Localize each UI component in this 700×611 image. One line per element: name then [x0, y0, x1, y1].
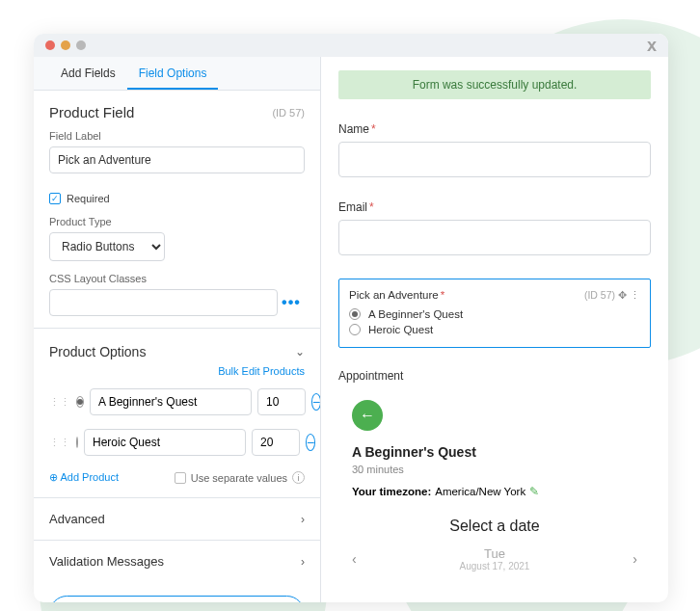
option-row: ⋮⋮ − — [34, 385, 320, 425]
kebab-menu-icon[interactable]: ⋮ — [630, 289, 640, 301]
field-id-label: (ID 57) — [272, 107, 305, 119]
advanced-label: Advanced — [49, 512, 105, 526]
edit-pencil-icon[interactable]: ✎ — [529, 485, 539, 498]
maximize-dot[interactable] — [76, 40, 86, 50]
option-price-input[interactable] — [252, 429, 300, 456]
field-label-input[interactable] — [49, 146, 305, 173]
next-date-button[interactable]: › — [633, 551, 637, 567]
radio-option[interactable]: A Beginner's Quest — [349, 306, 640, 322]
section-title: Product Field — [49, 104, 134, 120]
radio-label: Heroic Quest — [368, 324, 433, 335]
remove-option-icon[interactable]: − — [311, 393, 321, 411]
option-row: ⋮⋮ − — [34, 425, 320, 465]
back-button[interactable]: ← — [352, 400, 383, 431]
timezone-value: America/New York — [435, 486, 525, 497]
product-type-select[interactable]: Radio Buttons — [49, 232, 165, 261]
sidebar: Add Fields Field Options Product Field (… — [34, 57, 321, 602]
option-name-input[interactable] — [90, 388, 252, 415]
required-checkbox[interactable]: ✓ Required — [34, 185, 320, 216]
advanced-toggle[interactable]: Advanced › — [34, 497, 320, 540]
tab-add-fields[interactable]: Add Fields — [49, 57, 127, 90]
add-product-link[interactable]: ⊕ Add Product — [49, 471, 119, 484]
preview-panel: Form was successfully updated. Name* Ema… — [321, 57, 668, 602]
radio-option[interactable]: Heroic Quest — [349, 322, 640, 337]
option-price-input[interactable] — [257, 388, 306, 415]
remove-option-icon[interactable]: − — [306, 434, 315, 451]
bulk-edit-link[interactable]: Bulk Edit Products — [34, 365, 320, 385]
product-type-caption: Product Type — [49, 216, 305, 227]
select-date-heading: Select a date — [338, 518, 651, 535]
tab-field-options[interactable]: Field Options — [127, 57, 219, 90]
name-label: Name* — [338, 122, 651, 136]
css-options-icon[interactable]: ••• — [278, 294, 305, 311]
product-options-title: Product Options — [49, 344, 146, 359]
checkmark-icon: ✓ — [49, 193, 61, 204]
radio-icon — [349, 324, 361, 335]
date-day: Tue — [460, 546, 530, 561]
quest-duration: 30 minutes — [352, 464, 651, 475]
appointment-label: Appointment — [338, 369, 651, 383]
add-conditional-logic-button[interactable]: ⇅ Add Conditional Logic — [49, 596, 305, 602]
validation-toggle[interactable]: Validation Messages › — [34, 540, 320, 582]
option-radio[interactable] — [76, 437, 78, 448]
chevron-down-icon: ⌄ — [295, 345, 305, 359]
validation-label: Validation Messages — [49, 554, 164, 569]
email-label: Email* — [338, 200, 651, 214]
adventure-field-box[interactable]: Pick an Adventure* (ID 57) ✥ ⋮ A Beginne… — [338, 279, 651, 348]
adventure-id: (ID 57) — [584, 289, 615, 301]
tabs: Add Fields Field Options — [34, 57, 320, 91]
success-banner: Form was successfully updated. — [338, 70, 651, 99]
field-label-caption: Field Label — [49, 130, 305, 142]
radio-selected-icon — [349, 308, 361, 320]
separate-values-checkbox[interactable]: Use separate values i — [175, 471, 305, 484]
css-layout-input[interactable] — [49, 289, 278, 316]
close-icon[interactable]: x — [647, 36, 657, 56]
email-input[interactable] — [338, 220, 651, 255]
radio-label: A Beginner's Quest — [368, 308, 463, 320]
chevron-right-icon: › — [301, 513, 305, 526]
drag-handle-icon[interactable]: ⋮⋮ — [49, 437, 70, 449]
app-window: x Add Fields Field Options Product Field… — [34, 34, 668, 602]
option-radio-selected[interactable] — [76, 396, 84, 408]
move-icon[interactable]: ✥ — [618, 289, 627, 301]
drag-handle-icon[interactable]: ⋮⋮ — [49, 396, 70, 409]
minimize-dot[interactable] — [61, 40, 70, 50]
prev-date-button[interactable]: ‹ — [352, 551, 357, 567]
separate-values-label: Use separate values — [191, 472, 287, 484]
titlebar: x — [34, 34, 668, 57]
date-full: August 17, 2021 — [460, 561, 530, 571]
chevron-right-icon: › — [301, 555, 305, 569]
timezone-label: Your timezone: — [352, 486, 431, 497]
adventure-label: Pick an Adventure — [349, 289, 439, 301]
product-options-toggle[interactable]: Product Options ⌄ — [34, 328, 320, 365]
required-label: Required — [67, 193, 110, 204]
css-layout-caption: CSS Layout Classes — [49, 273, 305, 284]
name-input[interactable] — [338, 142, 651, 177]
option-name-input[interactable] — [84, 429, 246, 456]
window-controls — [45, 40, 86, 50]
close-dot[interactable] — [45, 40, 55, 50]
info-icon[interactable]: i — [292, 471, 305, 484]
checkbox-empty-icon — [175, 472, 186, 484]
quest-title: A Beginner's Quest — [352, 444, 651, 460]
